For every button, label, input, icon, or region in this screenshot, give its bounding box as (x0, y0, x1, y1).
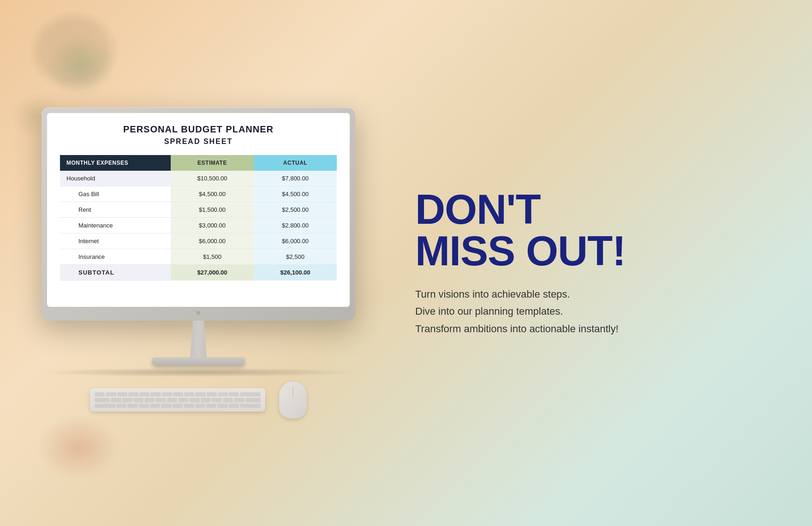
cell-category: SUBTOTAL (60, 265, 171, 281)
cell-estimate: $4,500.00 (171, 186, 254, 202)
headline-line1: DON'T (415, 189, 626, 230)
header-category: MONTHLY EXPENSES (60, 155, 171, 171)
budget-table: MONTHLY EXPENSES ESTIMATE ACTUAL Househo… (60, 155, 337, 281)
sheet-title: PERSONAL BUDGET PLANNER (60, 124, 337, 135)
spreadsheet: PERSONAL BUDGET PLANNER SPREAD SHEET MON… (47, 113, 350, 292)
table-row: Gas Bill$4,500.00$4,500.00 (60, 186, 337, 202)
cell-actual: $2,500 (254, 249, 337, 265)
table-row: Household$10,500.00$7,800.00 (60, 171, 337, 186)
table-row: Maintenance$3,000.00$2,800.00 (60, 218, 337, 233)
cell-category: Gas Bill (60, 186, 171, 202)
cell-estimate: $6,000.00 (171, 233, 254, 249)
cell-actual: $26,100.00 (254, 265, 337, 281)
cell-actual: $6,000.00 (254, 233, 337, 249)
cell-category: Maintenance (60, 218, 171, 233)
cell-actual: $7,800.00 (254, 171, 337, 186)
monitor-stand (152, 321, 245, 366)
subtext-line3: Transform ambitions into actionable inst… (415, 320, 619, 337)
monitor-frame: PERSONAL BUDGET PLANNER SPREAD SHEET MON… (42, 108, 355, 321)
monitor-chin-dot (197, 311, 200, 315)
stand-neck (185, 321, 212, 358)
cell-actual: $4,500.00 (254, 186, 337, 202)
monitor-section: PERSONAL BUDGET PLANNER SPREAD SHEET MON… (37, 108, 360, 418)
cell-actual: $2,800.00 (254, 218, 337, 233)
keyboard (90, 389, 265, 412)
peripherals (90, 382, 307, 418)
headline-line2: MISS OUT! (415, 230, 626, 272)
subtext-line2: Dive into our planning templates. (415, 303, 619, 320)
table-row: Rent$1,500.00$2,500.00 (60, 202, 337, 218)
header-estimate: ESTIMATE (171, 155, 254, 171)
cell-estimate: $1,500.00 (171, 202, 254, 218)
right-section: DON'T MISS OUT! Turn visions into achiev… (397, 189, 775, 337)
cell-estimate: $3,000.00 (171, 218, 254, 233)
table-row: Insurance$1,500$2,500 (60, 249, 337, 265)
monitor-shadow (37, 368, 360, 377)
mouse (279, 382, 307, 418)
content-wrapper: PERSONAL BUDGET PLANNER SPREAD SHEET MON… (0, 0, 812, 526)
subtext-line1: Turn visions into achievable steps. (415, 286, 619, 303)
cell-estimate: $27,000.00 (171, 265, 254, 281)
monitor-chin (47, 309, 350, 317)
cell-estimate: $10,500.00 (171, 171, 254, 186)
cell-category: Internet (60, 233, 171, 249)
headline: DON'T MISS OUT! (415, 189, 626, 272)
table-row: SUBTOTAL$27,000.00$26,100.00 (60, 265, 337, 281)
cell-actual: $2,500.00 (254, 202, 337, 218)
header-actual: ACTUAL (254, 155, 337, 171)
table-row: Internet$6,000.00$6,000.00 (60, 233, 337, 249)
cell-category: Insurance (60, 249, 171, 265)
monitor-screen: PERSONAL BUDGET PLANNER SPREAD SHEET MON… (47, 113, 350, 307)
cell-category: Rent (60, 202, 171, 218)
subtext: Turn visions into achievable steps. Dive… (415, 286, 619, 337)
stand-base (152, 358, 245, 366)
sheet-subtitle: SPREAD SHEET (60, 137, 337, 146)
cell-estimate: $1,500 (171, 249, 254, 265)
cell-category: Household (60, 171, 171, 186)
